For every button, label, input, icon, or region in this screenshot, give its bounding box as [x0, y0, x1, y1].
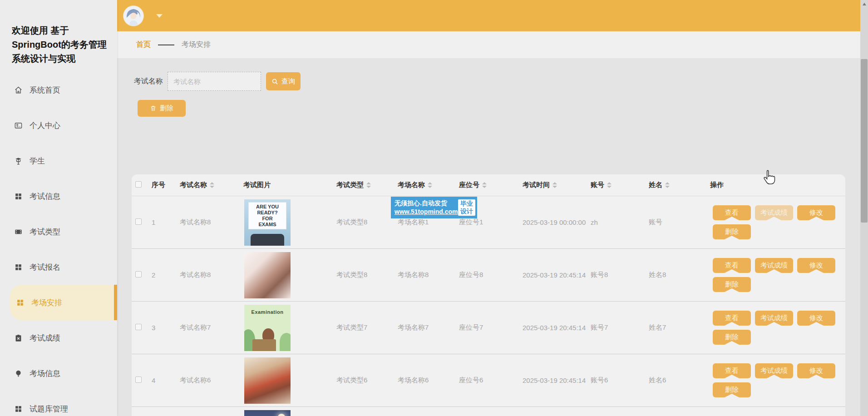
delete-button[interactable]: 删除 — [713, 330, 751, 345]
bulk-delete-label: 删除 — [160, 104, 173, 113]
scrollbar-up-arrow[interactable] — [860, 0, 868, 8]
cell-exam-time: 2025-03-19 20:45:14 — [523, 375, 591, 386]
select-all-checkbox[interactable] — [135, 181, 142, 188]
view-button[interactable]: 查看 — [713, 311, 751, 326]
delete-button[interactable]: 删除 — [713, 224, 751, 239]
column-header-index: 序号 — [150, 181, 178, 189]
column-header-seat: 座位号 — [457, 181, 521, 189]
cell-exam-name: 考试名称7 — [178, 323, 242, 332]
breadcrumb-current: 考场安排 — [182, 40, 211, 50]
breadcrumb-separator — [158, 45, 174, 45]
table-row: 1考试名称8ARE YOUREADY?FOREXAMS考试类型8考场名称1座位号… — [132, 196, 845, 249]
column-label: 考场名称 — [398, 181, 425, 189]
table-row: 3考试名称7Examination考试类型7考场名称7座位号72025-03-1… — [132, 302, 845, 354]
cell-seat: 座位号6 — [457, 376, 521, 385]
grid-icon — [14, 192, 23, 201]
cell-index: 1 — [150, 218, 178, 226]
user-avatar[interactable] — [123, 6, 143, 26]
column-label: 序号 — [152, 181, 165, 189]
row-actions: 查看考试成绩修改删除 — [710, 311, 839, 345]
sidebar-item-label: 考试信息 — [30, 191, 60, 202]
exam-score-button[interactable]: 考试成绩 — [755, 205, 793, 220]
sort-icon[interactable] — [482, 182, 487, 188]
exam-score-button[interactable]: 考试成绩 — [755, 311, 793, 326]
row-checkbox[interactable] — [135, 218, 142, 225]
delete-button[interactable]: 删除 — [713, 277, 751, 292]
sidebar-item-exam-type[interactable]: 考试类型 — [0, 214, 117, 249]
vertical-scrollbar[interactable] — [860, 0, 868, 416]
delete-button[interactable]: 删除 — [713, 382, 751, 397]
cell-account: 账号7 — [589, 323, 647, 332]
sort-icon[interactable] — [428, 182, 432, 188]
query-button[interactable]: 查询 — [266, 72, 301, 90]
cell-name: 姓名6 — [647, 376, 708, 385]
sidebar-item-label: 试题库管理 — [30, 404, 68, 414]
breadcrumb: 首页 考场安排 — [117, 31, 860, 58]
cell-exam-image: Examination — [242, 305, 335, 351]
watermark: 无须担心.自动发货 www.51topmind.com 毕业 设计 — [391, 197, 477, 218]
sort-icon[interactable] — [552, 182, 557, 188]
sidebar-item-personal-center[interactable]: 个人中心 — [0, 108, 117, 143]
sort-icon[interactable] — [607, 182, 612, 188]
search-input[interactable] — [168, 72, 261, 91]
exam-image-night-illustration — [244, 410, 291, 416]
main-area: 首页 考场安排 考试名称 查询 删除 序号考试名称考试图片考试类型考场名称座位号… — [117, 0, 860, 416]
sidebar-item-exam-room-info[interactable]: 考场信息 — [0, 356, 117, 391]
breadcrumb-home-link[interactable]: 首页 — [136, 40, 151, 50]
bulk-delete-button[interactable]: 删除 — [138, 100, 186, 117]
cell-room-name: 考场名称8 — [396, 271, 457, 279]
table-header-row: 序号考试名称考试图片考试类型考场名称座位号考试时间账号姓名操作 — [132, 174, 845, 196]
sidebar-item-label: 考场信息 — [30, 368, 60, 379]
sidebar-item-exam-score[interactable]: 考试成绩 — [0, 320, 117, 356]
cell-exam-time: 2025-03-19 20:45:14 — [523, 322, 591, 333]
cell-seat: 座位号8 — [457, 271, 521, 279]
sidebar-item-exam-info[interactable]: 考试信息 — [0, 178, 117, 214]
sidebar-item-exam-registration[interactable]: 考试报名 — [0, 249, 117, 285]
view-button[interactable]: 查看 — [713, 363, 751, 378]
row-checkbox[interactable] — [135, 376, 142, 383]
bulb-icon — [14, 369, 23, 378]
exam-score-button[interactable]: 考试成绩 — [755, 363, 793, 378]
sidebar-item-exam-room-arrangement[interactable]: 考场安排 — [10, 285, 117, 320]
sort-icon[interactable] — [665, 182, 670, 188]
id-card-icon — [14, 121, 23, 130]
sort-icon[interactable] — [210, 182, 214, 188]
row-checkbox[interactable] — [135, 271, 142, 277]
sidebar-item-system-home[interactable]: 系统首页 — [0, 72, 117, 108]
row-checkbox[interactable] — [135, 324, 142, 330]
exam-image-kids-photo — [244, 357, 291, 404]
view-button[interactable]: 查看 — [713, 258, 751, 273]
cell-account: 账号6 — [589, 376, 647, 385]
cell-exam-type: 考试类型8 — [335, 271, 396, 279]
column-label: 姓名 — [649, 181, 662, 189]
watermark-tag: 毕业 设计 — [458, 199, 475, 216]
view-button[interactable]: 查看 — [713, 205, 751, 220]
cell-name: 账号 — [647, 218, 708, 227]
student-icon — [14, 156, 23, 165]
edit-button[interactable]: 修改 — [797, 363, 835, 378]
watermark-url: www.51topmind.com — [395, 208, 458, 216]
column-header-actions: 操作 — [708, 181, 845, 189]
edit-button[interactable]: 修改 — [797, 258, 835, 273]
cell-name: 姓名7 — [647, 323, 708, 332]
edit-button[interactable]: 修改 — [797, 311, 835, 326]
exam-score-button[interactable]: 考试成绩 — [755, 258, 793, 273]
column-header-select — [132, 181, 150, 189]
sidebar-item-student[interactable]: 学生 — [0, 143, 117, 178]
row-actions: 查看考试成绩修改删除 — [710, 258, 839, 292]
search-icon — [271, 78, 278, 85]
sidebar-item-label: 考场安排 — [31, 297, 62, 308]
cell-exam-name: 考试名称6 — [178, 376, 242, 385]
column-header-time: 考试时间 — [521, 181, 589, 189]
edit-button[interactable]: 修改 — [797, 205, 835, 220]
column-header-account: 账号 — [589, 181, 647, 189]
cell-account: 账号8 — [589, 271, 647, 279]
scrollbar-thumb[interactable] — [861, 59, 868, 223]
grid-icon — [14, 404, 23, 413]
sidebar-item-question-bank[interactable]: 试题库管理 — [0, 391, 117, 416]
cell-exam-image — [242, 410, 335, 416]
exam-image-writing-photo — [244, 252, 291, 298]
column-label: 考试类型 — [336, 181, 364, 189]
sort-icon[interactable] — [366, 182, 371, 188]
caret-down-icon[interactable] — [156, 14, 163, 18]
